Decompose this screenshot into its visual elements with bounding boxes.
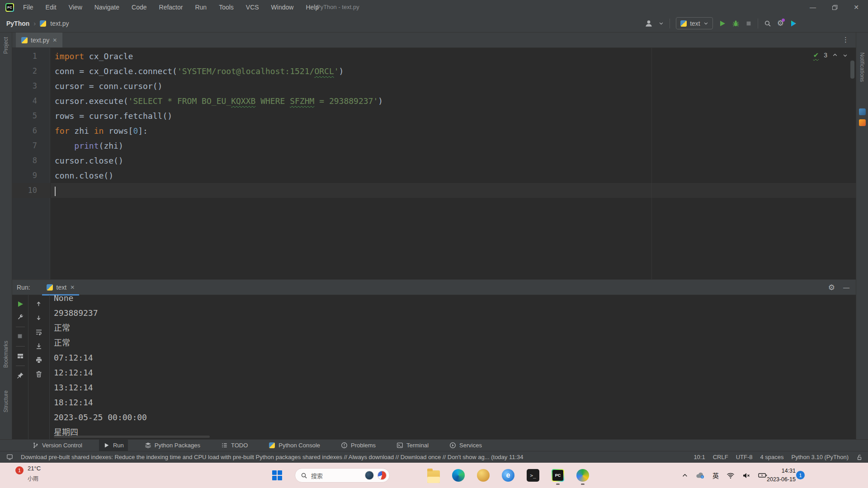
minimize-button[interactable]: — (804, 0, 822, 14)
pin-tab-icon[interactable] (17, 372, 24, 379)
breadcrumb-project[interactable]: PyThon (6, 20, 29, 27)
scroll-to-end-icon[interactable] (35, 343, 42, 350)
menu-vcs[interactable]: VCS (246, 4, 259, 11)
restore-layout-icon[interactable] (17, 352, 24, 360)
menu-tools[interactable]: Tools (219, 4, 234, 11)
run-button[interactable] (719, 20, 726, 27)
code-line[interactable]: conn.close() (51, 168, 856, 183)
run-tab-text[interactable]: text ✕ (42, 280, 80, 295)
code-line[interactable]: print(zhi) (51, 138, 856, 153)
toolwindow-button-services[interactable]: Services (445, 440, 486, 451)
tab-options-kebab-icon[interactable]: ⋮ (842, 36, 849, 44)
toolwindow-button-python-console[interactable]: Python Console (264, 440, 324, 451)
taskbar-weather-widget[interactable]: 1 21°C 小雨 (15, 465, 41, 482)
print-icon[interactable] (35, 357, 42, 364)
toolwindow-button-run[interactable]: Run (99, 440, 128, 451)
menu-window[interactable]: Window (271, 4, 294, 11)
console-hscrollbar-thumb[interactable] (54, 436, 210, 438)
taskbar-clock[interactable]: 14:31 2023-06-15 (760, 467, 796, 484)
search-highlight-icon[interactable] (377, 471, 387, 480)
line-separator-widget[interactable]: CRLF (713, 454, 728, 460)
caret-position-widget[interactable]: 10:1 (693, 454, 705, 460)
hidden-icons-chevron[interactable] (682, 472, 688, 479)
code-editor[interactable]: 12345678910 import cx_Oracleconn = cx_Or… (12, 48, 856, 279)
prev-problem-icon[interactable] (832, 52, 838, 58)
run-tab-close-icon[interactable]: ✕ (70, 284, 75, 291)
down-stacktrace-icon[interactable] (35, 314, 42, 322)
menu-file[interactable]: File (23, 4, 33, 11)
toolwindow-button-todo[interactable]: TODO (217, 440, 252, 451)
code-with-me-icon[interactable] (790, 20, 797, 27)
toolwindow-button-version-control[interactable]: Version Control (28, 440, 86, 451)
stop-process-button[interactable] (17, 333, 24, 340)
tab-text-py[interactable]: text.py ✕ (16, 33, 62, 47)
menu-run[interactable]: Run (195, 4, 207, 11)
debug-button[interactable] (732, 19, 740, 27)
menu-refactor[interactable]: Refactor (159, 4, 183, 11)
toolwindow-button-terminal[interactable]: Terminal (392, 440, 433, 451)
toolwindow-button-python-packages[interactable]: Python Packages (141, 440, 204, 451)
run-config-selector[interactable]: text (676, 17, 713, 29)
run-settings-gear-icon[interactable]: ⚙ (828, 284, 835, 291)
edit-configuration-icon[interactable] (17, 314, 24, 321)
notification-center-badge[interactable]: 1 (796, 471, 805, 479)
code-line[interactable]: import cx_Oracle (51, 49, 856, 64)
rerun-button[interactable] (17, 300, 24, 308)
sidebar-item-project[interactable]: Project (3, 37, 9, 54)
status-message[interactable]: Download pre-built shared indexes: Reduc… (21, 454, 524, 460)
toolwindow-button-problems[interactable]: Problems (337, 440, 380, 451)
onedrive-icon[interactable] (696, 472, 705, 479)
encoding-widget[interactable]: UTF-8 (736, 454, 753, 460)
chevron-down-icon[interactable] (659, 21, 664, 26)
code-line[interactable]: cursor.execute('SELECT * FROM BO_EU_KQXX… (51, 94, 856, 108)
code-line[interactable] (51, 183, 856, 198)
up-stacktrace-icon[interactable] (35, 300, 42, 308)
stop-button[interactable] (745, 20, 752, 27)
volume-muted-icon[interactable] (742, 472, 750, 479)
code-line[interactable]: for zhi in rows[0]: (51, 123, 856, 138)
menu-code[interactable]: Code (132, 4, 146, 11)
next-problem-icon[interactable] (843, 53, 848, 58)
menu-edit[interactable]: Edit (46, 4, 57, 11)
tab-close-icon[interactable]: ✕ (52, 37, 57, 43)
close-button[interactable]: ✕ (847, 0, 865, 14)
code-line[interactable]: cursor = conn.cursor() (51, 79, 856, 94)
sidebar-item-notifications[interactable]: Notifications (859, 52, 865, 82)
run-console[interactable]: None293889237正常正常07:12:1412:12:1413:12:1… (50, 295, 856, 439)
taskbar-search-box[interactable]: 搜索 (295, 468, 390, 483)
code-line[interactable]: cursor.close() (51, 153, 856, 168)
start-button[interactable] (272, 470, 282, 480)
readonly-lock-icon[interactable] (856, 454, 863, 460)
search-everywhere-icon[interactable] (764, 20, 771, 27)
taskbar-app-pycharm[interactable]: PC (552, 469, 564, 482)
plugin-toolwindow-icon[interactable] (859, 119, 866, 126)
breadcrumb-file[interactable]: text.py (50, 20, 69, 27)
wifi-icon[interactable] (726, 472, 735, 479)
taskbar-app-file-explorer[interactable] (427, 469, 440, 482)
code-line[interactable]: conn = cx_Oracle.connect('SYSTEM/root@lo… (51, 64, 856, 79)
menu-navigate[interactable]: Navigate (94, 4, 119, 11)
code-area[interactable]: import cx_Oracleconn = cx_Oracle.connect… (51, 48, 856, 279)
clear-all-icon[interactable] (35, 371, 42, 378)
taskbar-app-edge-browser[interactable] (452, 469, 465, 482)
taskbar-app-terminal-app[interactable]: >_ (527, 469, 539, 482)
taskbar-app-app-gold[interactable] (477, 469, 490, 482)
ime-indicator[interactable]: 英 (712, 471, 719, 480)
search-highlight-icon[interactable] (365, 471, 374, 480)
soft-wrap-icon[interactable] (35, 328, 42, 336)
settings-gear-icon[interactable]: ⚙ (777, 19, 784, 28)
sidebar-item-bookmarks[interactable]: Bookmarks (3, 341, 9, 368)
sidebar-item-structure[interactable]: Structure (3, 390, 9, 413)
user-icon[interactable] (645, 19, 653, 28)
editor-scrollbar-thumb[interactable] (850, 61, 854, 79)
taskbar-app-browser-blue[interactable]: e (502, 469, 514, 482)
menu-view[interactable]: View (69, 4, 82, 11)
plugin-toolwindow-icon[interactable] (859, 108, 866, 115)
hide-toolwindow-icon[interactable]: — (843, 284, 849, 291)
inspections-widget[interactable]: ✔ 3 (813, 51, 848, 59)
taskbar-app-browser-colorful[interactable] (576, 469, 589, 482)
interpreter-widget[interactable]: Python 3.10 (PyThon) (792, 454, 849, 460)
restore-button[interactable] (826, 0, 844, 14)
code-line[interactable]: rows = cursor.fetchall() (51, 108, 856, 123)
indent-widget[interactable]: 4 spaces (760, 454, 783, 460)
